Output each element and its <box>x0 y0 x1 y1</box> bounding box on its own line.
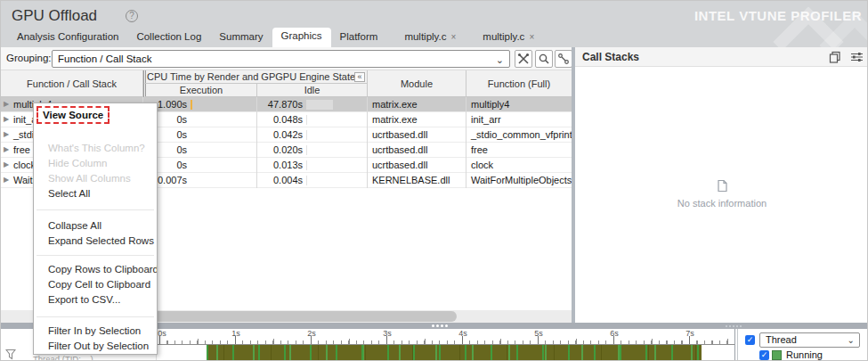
chevron-down-icon: ⌄ <box>496 52 504 68</box>
column-header-function-full[interactable]: Function (Full) <box>466 70 572 97</box>
tab-collection-log[interactable]: Collection Log <box>127 29 210 47</box>
tab-graphics[interactable]: Graphics <box>272 28 331 47</box>
column-header-execution[interactable]: Execution <box>143 84 257 97</box>
path-link-icon <box>557 53 570 65</box>
expand-arrow-icon[interactable]: ▶ <box>4 143 9 157</box>
brand-logo: INTEL VTUNE PROFILER <box>694 8 862 23</box>
empty-message: No stack information <box>575 198 868 209</box>
page-title: GPU Offload <box>12 7 97 25</box>
call-stacks-pane: Call Stacks No stack information <box>575 47 868 323</box>
tab-multiply-c-1[interactable]: multiply.c× <box>395 29 465 47</box>
idle-value: 0.013s <box>273 160 303 170</box>
execution-bar <box>191 100 192 110</box>
splitter-handle-dots[interactable] <box>432 324 448 327</box>
settings-sliders-icon[interactable] <box>850 51 864 63</box>
context-menu: View Source What's This Column? Hide Col… <box>33 103 158 355</box>
legend-divider <box>737 329 738 361</box>
idle-bar <box>306 176 307 185</box>
menu-item-filter-out-by-selection[interactable]: Filter Out by Selection <box>34 339 157 354</box>
tab-bar: Analysis Configuration Collection Log Su… <box>8 28 543 47</box>
execution-value: 0s <box>176 160 187 170</box>
menu-item-copy-rows-to-clipboard[interactable]: Copy Rows to Clipboard <box>34 262 157 277</box>
timeline-legend: ✓ Thread ⌄ ✓ Running <box>740 329 868 361</box>
timeline-ruler[interactable]: 0s 1s 2s 3s 4s 5s 6s 7s <box>157 329 735 345</box>
expand-arrow-icon[interactable]: ▶ <box>4 97 9 111</box>
menu-item-view-source[interactable]: View Source <box>37 106 110 124</box>
menu-item-select-all[interactable]: Select All <box>34 186 157 201</box>
idle-bar <box>306 145 307 155</box>
thread-group-checkbox[interactable]: ✓ <box>745 335 755 345</box>
menu-item-export-to-csv[interactable]: Export to CSV... <box>34 292 157 308</box>
function-full-value: WaitForMultipleObjects <box>466 173 572 188</box>
tick-label: 7s <box>685 329 694 338</box>
execution-value: 1.090s <box>158 99 187 110</box>
module-value: matrix.exe <box>368 97 466 112</box>
close-icon[interactable]: × <box>529 32 534 42</box>
tick-label: 2s <box>307 329 316 338</box>
column-header-module[interactable]: Module <box>368 70 466 97</box>
idle-value: 0.048s <box>273 114 303 125</box>
tab-analysis-configuration[interactable]: Analysis Configuration <box>8 29 127 47</box>
expand-arrow-icon[interactable]: ▶ <box>4 112 9 127</box>
running-label: Running <box>786 349 823 360</box>
menu-item-filter-in-by-selection[interactable]: Filter In by Selection <box>34 324 157 339</box>
customize-grouping-button[interactable] <box>515 50 532 68</box>
help-icon[interactable]: ? <box>126 10 138 22</box>
thread-row-label: Thread (TID: ...) <box>33 354 93 361</box>
function-full-value: _stdio_common_vfprintf <box>466 127 572 143</box>
menu-item-copy-cell-to-clipboard[interactable]: Copy Cell to Clipboard <box>34 277 157 292</box>
function-full-value: init_arr <box>466 112 572 127</box>
idle-value: 47.870s <box>268 99 303 110</box>
running-color-swatch <box>772 350 782 360</box>
running-checkbox[interactable]: ✓ <box>759 350 769 360</box>
table-header: Function / Call Stack CPU Time by Render… <box>1 70 572 97</box>
module-value: KERNELBASE.dll <box>368 173 466 188</box>
tick-label: 6s <box>610 329 619 338</box>
tick-label: 0s <box>158 329 166 338</box>
idle-value: 0.042s <box>273 129 303 140</box>
tick-label: 5s <box>534 329 543 338</box>
expand-arrow-icon[interactable]: ▶ <box>4 173 9 187</box>
function-full-value: clock <box>466 158 572 173</box>
function-full-value: multiply4 <box>466 97 572 112</box>
column-header-function-call-stack[interactable]: Function / Call Stack <box>1 70 143 97</box>
function-full-value: free <box>466 143 572 158</box>
column-header-idle[interactable]: Idle <box>257 84 368 97</box>
tools-icon <box>517 53 530 65</box>
tab-summary[interactable]: Summary <box>210 29 272 47</box>
expand-arrow-icon[interactable]: ▶ <box>4 158 9 172</box>
menu-item-collapse-all[interactable]: Collapse All <box>34 218 157 234</box>
close-icon[interactable]: × <box>450 32 456 42</box>
idle-bar <box>306 100 333 110</box>
call-stacks-title: Call Stacks <box>582 51 639 63</box>
copy-icon[interactable] <box>829 51 841 63</box>
execution-value: 0s <box>176 129 187 140</box>
tab-platform[interactable]: Platform <box>331 29 387 47</box>
grouping-path-button[interactable] <box>555 50 572 68</box>
menu-item-whats-this-column: What's This Column? <box>34 141 157 156</box>
idle-value: 0.020s <box>273 144 303 155</box>
menu-item-show-all-columns: Show All Columns <box>34 171 157 186</box>
legend-group-dropdown[interactable]: Thread ⌄ <box>759 332 860 348</box>
chevron-down-icon: ⌄ <box>848 333 855 347</box>
expand-arrow-icon[interactable]: ▶ <box>4 127 9 142</box>
collapse-column-icon[interactable]: « <box>354 72 365 82</box>
tick-label: 1s <box>231 329 240 338</box>
function-name: free <box>13 144 30 155</box>
grouping-label: Grouping: <box>6 53 52 63</box>
document-icon <box>716 179 728 193</box>
timeline-filter-icon[interactable] <box>5 349 16 360</box>
tab-multiply-c-2[interactable]: multiply.c× <box>474 29 543 47</box>
vtune-window: GPU Offload ? INTEL VTUNE PROFILER Analy… <box>0 0 868 361</box>
thread-activity-band[interactable] <box>207 345 702 361</box>
idle-bar <box>306 115 307 125</box>
grouping-dropdown[interactable]: Function / Call Stack ⌄ <box>52 50 510 68</box>
menu-item-expand-selected-rows[interactable]: Expand Selected Rows <box>34 234 157 249</box>
search-button[interactable] <box>535 50 553 68</box>
ruler-major-ticks <box>157 336 735 344</box>
splitter-handle-dots[interactable] <box>726 325 742 327</box>
execution-value: 0s <box>176 114 187 125</box>
execution-value: 0.007s <box>158 175 187 185</box>
module-value: ucrtbased.dll <box>368 127 466 143</box>
column-header-cpu-time-group[interactable]: CPU Time by Render and GPGPU Engine Stat… <box>143 70 368 84</box>
